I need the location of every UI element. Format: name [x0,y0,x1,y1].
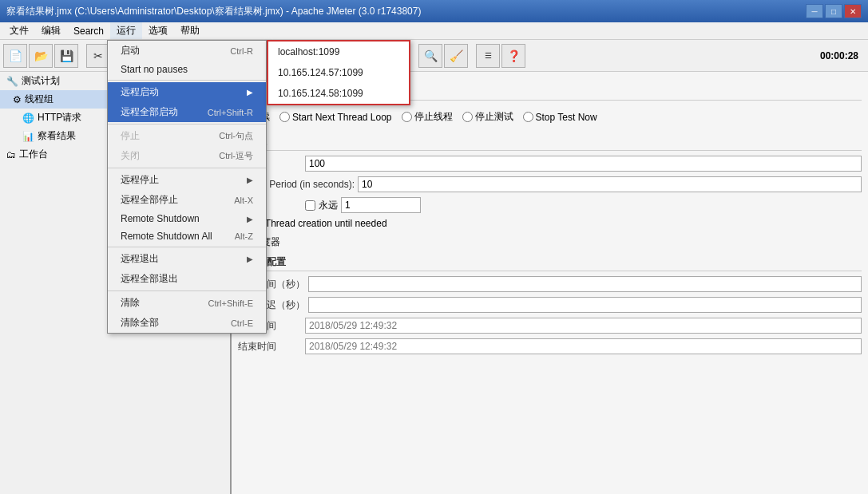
threads-input[interactable] [305,156,862,172]
forever-checkbox-label[interactable]: 永远 [305,199,338,212]
right-panel: 取样器错误后要执行的动作 继续 Start Next Thread Loop 停… [232,72,868,494]
startup-delay-input[interactable] [308,297,862,313]
minimize-button[interactable]: ─ [806,4,823,18]
end-time-label: 结束时间 [238,340,302,354]
menu-run-remote-exit[interactable]: 远程退出 ▶ [108,249,266,269]
menu-run-shutdown: 关闭 Ctrl-逗号 [108,146,266,166]
scheduler-config-title: 调度器配置 [238,255,862,271]
menu-run[interactable]: 运行 [110,22,142,39]
end-time-input[interactable] [305,338,862,354]
menu-run-stop: 停止 Ctrl-句点 [108,126,266,146]
menu-run-remote-stop-all[interactable]: 远程全部停止 Alt-X [108,190,266,210]
duration-row: 持续时间（秒） [238,276,862,292]
thread-props-title: 程属性 [238,135,862,151]
sampler-options: 继续 Start Next Thread Loop 停止线程 停止测试 Stop… [238,105,862,128]
menu-run-remote-shutdown[interactable]: Remote Shutdown ▶ [108,210,266,227]
remote-start-arrow: ▶ [247,88,253,97]
toolbar-search[interactable]: 🔍 [418,44,442,68]
loop-row: 环次数 永远 [238,197,862,213]
timer-display: 00:00:28 [814,50,865,61]
startup-delay-row: 启动延迟（秒） [238,297,862,313]
radio-stop-test-now-input[interactable] [523,112,533,122]
toolbar-help[interactable]: ❓ [501,44,525,68]
http-icon: 🌐 [22,113,34,124]
test-plan-icon: 🔧 [6,76,18,87]
radio-next-thread-input[interactable] [279,112,290,122]
threads-row: 程载： [238,156,862,172]
close-button[interactable]: ✕ [844,4,862,18]
radio-stop-test-now[interactable]: Stop Test Now [523,112,597,123]
radio-next-thread[interactable]: Start Next Thread Loop [279,112,392,123]
results-icon: 📊 [22,131,34,142]
rampup-row: mp-Up Period (in seconds): [238,176,862,192]
menu-sep-1 [108,80,266,81]
menu-run-remote-start[interactable]: 远程启动 ▶ [108,82,266,102]
restore-button[interactable]: □ [825,4,842,18]
menu-sep-2 [108,124,266,124]
title-text: 察看结果树.jmx (C:\Users\Administrator\Deskto… [6,5,806,18]
menu-run-start-no-pauses[interactable]: Start no pauses [108,61,266,78]
menu-run-start[interactable]: 启动 Ctrl-R [108,41,266,61]
test-plan-label: 测试计划 [22,74,60,88]
scheduler-checkbox-label[interactable]: 调度器 [238,235,862,249]
remote-exit-arrow: ▶ [247,255,253,263]
remote-stop-arrow: ▶ [247,176,253,184]
menu-help[interactable]: 帮助 [174,22,206,39]
start-time-input[interactable] [305,318,862,334]
workbench-label: 工作台 [19,148,48,161]
submenu-localhost[interactable]: localhost:1099 [268,41,409,62]
radio-stop-thread-input[interactable] [402,112,412,122]
menu-run-remote-shutdown-all[interactable]: Remote Shutdown All Alt-Z [108,227,266,245]
start-time-row: 启动时间 [238,318,862,334]
menu-run-clear-all[interactable]: 清除全部 Ctrl-E [108,313,266,333]
run-menu: 启动 Ctrl-R Start no pauses 远程启动 ▶ 远程全部启动 … [107,40,267,334]
rampup-input[interactable] [358,176,862,192]
toolbar-clear[interactable]: 🧹 [444,44,468,68]
menu-sep-3 [108,168,266,168]
delay-thread-row: Delay Thread creation until needed [238,218,862,229]
toolbar-new[interactable]: 📄 [3,44,27,68]
radio-stop-test[interactable]: 停止测试 [462,110,513,124]
menu-sep-4 [108,247,266,247]
remote-shutdown-arrow: ▶ [247,215,253,223]
radio-stop-thread[interactable]: 停止线程 [402,110,453,124]
menu-search[interactable]: Search [67,22,110,39]
menu-bar: 文件 编辑 Search 运行 选项 帮助 [0,22,868,40]
toolbar-list[interactable]: ☰ [476,44,500,68]
end-time-row: 结束时间 [238,338,862,354]
title-bar: 察看结果树.jmx (C:\Users\Administrator\Deskto… [0,0,868,22]
menu-file[interactable]: 文件 [3,22,35,39]
menu-edit[interactable]: 编辑 [35,22,67,39]
forever-label: 永远 [319,199,338,212]
http-label: HTTP请求 [38,111,81,124]
duration-input[interactable] [308,276,862,292]
forever-checkbox[interactable] [305,200,315,211]
menu-run-remote-start-all[interactable]: 远程全部启动 Ctrl+Shift-R [108,102,266,122]
loop-input[interactable] [341,197,421,213]
toolbar-save[interactable]: 💾 [54,44,78,68]
submenu-ip1[interactable]: 10.165.124.57:1099 [268,62,409,83]
menu-run-remote-exit-all[interactable]: 远程全部退出 [108,269,266,289]
scheduler-row: 调度器 [238,235,862,249]
menu-run-clear[interactable]: 清除 Ctrl+Shift-E [108,293,266,313]
menu-sep-5 [108,290,266,291]
remote-start-submenu: localhost:1099 10.165.124.57:1099 10.165… [267,40,410,105]
radio-stop-test-input[interactable] [462,112,473,122]
toolbar-open[interactable]: 📂 [29,44,53,68]
thread-group-icon: ⚙ [13,94,22,105]
title-buttons: ─ □ ✕ [806,4,862,18]
menu-options[interactable]: 选项 [142,22,174,39]
thread-group-label: 线程组 [25,93,54,106]
submenu-ip2[interactable]: 10.165.124.58:1099 [268,83,409,104]
menu-run-remote-stop[interactable]: 远程停止 ▶ [108,170,266,190]
workbench-icon: 🗂 [6,149,16,160]
results-label: 察看结果 [38,129,76,143]
